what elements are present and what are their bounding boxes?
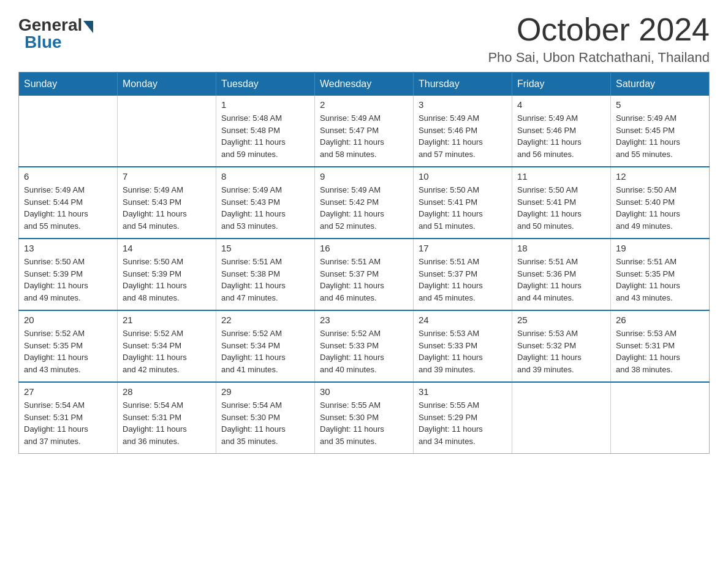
day-info: Sunrise: 5:49 AMSunset: 5:46 PMDaylight:… — [517, 112, 605, 160]
day-number: 22 — [221, 315, 309, 325]
day-number: 11 — [517, 171, 605, 182]
calendar-table: SundayMondayTuesdayWednesdayThursdayFrid… — [18, 72, 710, 454]
weekday-header-thursday: Thursday — [414, 72, 512, 96]
day-number: 10 — [419, 171, 507, 182]
day-number: 29 — [221, 386, 309, 397]
location-title: Pho Sai, Ubon Ratchathani, Thailand — [488, 50, 710, 66]
day-info: Sunrise: 5:49 AMSunset: 5:46 PMDaylight:… — [419, 112, 507, 160]
day-info: Sunrise: 5:50 AMSunset: 5:41 PMDaylight:… — [419, 184, 507, 232]
day-number: 7 — [123, 171, 211, 182]
calendar-cell: 13Sunrise: 5:50 AMSunset: 5:39 PMDayligh… — [19, 239, 118, 310]
day-info: Sunrise: 5:49 AMSunset: 5:42 PMDaylight:… — [320, 184, 408, 232]
day-number: 31 — [419, 386, 507, 397]
day-info: Sunrise: 5:49 AMSunset: 5:44 PMDaylight:… — [24, 184, 112, 232]
title-section: October 2024 Pho Sai, Ubon Ratchathani, … — [488, 12, 710, 66]
calendar-cell: 10Sunrise: 5:50 AMSunset: 5:41 PMDayligh… — [414, 167, 512, 239]
day-number: 21 — [123, 315, 211, 325]
day-info: Sunrise: 5:50 AMSunset: 5:40 PMDaylight:… — [616, 184, 704, 232]
day-info: Sunrise: 5:54 AMSunset: 5:30 PMDaylight:… — [221, 399, 309, 447]
day-number: 9 — [320, 171, 408, 182]
calendar-cell: 1Sunrise: 5:48 AMSunset: 5:48 PMDaylight… — [216, 96, 315, 167]
day-info: Sunrise: 5:54 AMSunset: 5:31 PMDaylight:… — [123, 399, 211, 447]
day-info: Sunrise: 5:50 AMSunset: 5:39 PMDaylight:… — [24, 256, 112, 304]
calendar-cell: 28Sunrise: 5:54 AMSunset: 5:31 PMDayligh… — [118, 382, 216, 454]
calendar-week-row: 27Sunrise: 5:54 AMSunset: 5:31 PMDayligh… — [19, 382, 710, 454]
day-number: 12 — [616, 171, 704, 182]
logo: General Blue — [18, 12, 93, 52]
day-number: 16 — [320, 243, 408, 253]
day-number: 30 — [320, 386, 408, 397]
day-info: Sunrise: 5:52 AMSunset: 5:33 PMDaylight:… — [320, 327, 408, 375]
day-number: 25 — [517, 315, 605, 325]
calendar-week-row: 1Sunrise: 5:48 AMSunset: 5:48 PMDaylight… — [19, 96, 710, 167]
calendar-cell: 5Sunrise: 5:49 AMSunset: 5:45 PMDaylight… — [611, 96, 710, 167]
calendar-cell: 30Sunrise: 5:55 AMSunset: 5:30 PMDayligh… — [315, 382, 414, 454]
calendar-cell: 23Sunrise: 5:52 AMSunset: 5:33 PMDayligh… — [315, 310, 414, 382]
calendar-cell: 27Sunrise: 5:54 AMSunset: 5:31 PMDayligh… — [19, 382, 118, 454]
day-info: Sunrise: 5:52 AMSunset: 5:34 PMDaylight:… — [123, 327, 211, 375]
calendar-cell: 29Sunrise: 5:54 AMSunset: 5:30 PMDayligh… — [216, 382, 315, 454]
day-number: 20 — [24, 315, 112, 325]
logo-blue-text: Blue — [25, 33, 62, 52]
day-number: 24 — [419, 315, 507, 325]
calendar-cell: 6Sunrise: 5:49 AMSunset: 5:44 PMDaylight… — [19, 167, 118, 239]
calendar-cell: 31Sunrise: 5:55 AMSunset: 5:29 PMDayligh… — [414, 382, 512, 454]
day-info: Sunrise: 5:51 AMSunset: 5:36 PMDaylight:… — [517, 256, 605, 304]
day-number: 3 — [419, 99, 507, 110]
day-number: 26 — [616, 315, 704, 325]
day-info: Sunrise: 5:52 AMSunset: 5:35 PMDaylight:… — [24, 327, 112, 375]
calendar-cell: 18Sunrise: 5:51 AMSunset: 5:36 PMDayligh… — [512, 239, 611, 310]
day-info: Sunrise: 5:51 AMSunset: 5:38 PMDaylight:… — [221, 256, 309, 304]
day-number: 13 — [24, 243, 112, 253]
weekday-header-tuesday: Tuesday — [216, 72, 315, 96]
day-info: Sunrise: 5:55 AMSunset: 5:29 PMDaylight:… — [419, 399, 507, 447]
calendar-cell — [512, 382, 611, 454]
calendar-cell — [611, 382, 710, 454]
logo-arrow-icon — [83, 21, 93, 33]
day-info: Sunrise: 5:50 AMSunset: 5:41 PMDaylight:… — [517, 184, 605, 232]
weekday-header-wednesday: Wednesday — [315, 72, 414, 96]
calendar-cell: 20Sunrise: 5:52 AMSunset: 5:35 PMDayligh… — [19, 310, 118, 382]
calendar-cell: 7Sunrise: 5:49 AMSunset: 5:43 PMDaylight… — [118, 167, 216, 239]
day-info: Sunrise: 5:54 AMSunset: 5:31 PMDaylight:… — [24, 399, 112, 447]
day-info: Sunrise: 5:50 AMSunset: 5:39 PMDaylight:… — [123, 256, 211, 304]
calendar-cell: 26Sunrise: 5:53 AMSunset: 5:31 PMDayligh… — [611, 310, 710, 382]
day-info: Sunrise: 5:52 AMSunset: 5:34 PMDaylight:… — [221, 327, 309, 375]
day-info: Sunrise: 5:53 AMSunset: 5:32 PMDaylight:… — [517, 327, 605, 375]
calendar-header-row: SundayMondayTuesdayWednesdayThursdayFrid… — [19, 72, 710, 96]
calendar-cell: 11Sunrise: 5:50 AMSunset: 5:41 PMDayligh… — [512, 167, 611, 239]
calendar-cell: 15Sunrise: 5:51 AMSunset: 5:38 PMDayligh… — [216, 239, 315, 310]
day-info: Sunrise: 5:53 AMSunset: 5:31 PMDaylight:… — [616, 327, 704, 375]
day-number: 2 — [320, 99, 408, 110]
day-info: Sunrise: 5:55 AMSunset: 5:30 PMDaylight:… — [320, 399, 408, 447]
weekday-header-sunday: Sunday — [19, 72, 118, 96]
day-number: 18 — [517, 243, 605, 253]
day-info: Sunrise: 5:48 AMSunset: 5:48 PMDaylight:… — [221, 112, 309, 160]
day-number: 19 — [616, 243, 704, 253]
calendar-cell: 8Sunrise: 5:49 AMSunset: 5:43 PMDaylight… — [216, 167, 315, 239]
day-info: Sunrise: 5:49 AMSunset: 5:45 PMDaylight:… — [616, 112, 704, 160]
day-number: 6 — [24, 171, 112, 182]
weekday-header-friday: Friday — [512, 72, 611, 96]
calendar-week-row: 6Sunrise: 5:49 AMSunset: 5:44 PMDaylight… — [19, 167, 710, 239]
day-info: Sunrise: 5:53 AMSunset: 5:33 PMDaylight:… — [419, 327, 507, 375]
day-number: 1 — [221, 99, 309, 110]
page-header: General Blue October 2024 Pho Sai, Ubon … — [18, 12, 710, 66]
calendar-cell: 21Sunrise: 5:52 AMSunset: 5:34 PMDayligh… — [118, 310, 216, 382]
weekday-header-monday: Monday — [118, 72, 216, 96]
calendar-cell: 3Sunrise: 5:49 AMSunset: 5:46 PMDaylight… — [414, 96, 512, 167]
day-number: 17 — [419, 243, 507, 253]
day-number: 8 — [221, 171, 309, 182]
calendar-cell — [118, 96, 216, 167]
calendar-cell: 9Sunrise: 5:49 AMSunset: 5:42 PMDaylight… — [315, 167, 414, 239]
day-info: Sunrise: 5:51 AMSunset: 5:35 PMDaylight:… — [616, 256, 704, 304]
calendar-cell: 24Sunrise: 5:53 AMSunset: 5:33 PMDayligh… — [414, 310, 512, 382]
day-info: Sunrise: 5:51 AMSunset: 5:37 PMDaylight:… — [419, 256, 507, 304]
calendar-cell: 14Sunrise: 5:50 AMSunset: 5:39 PMDayligh… — [118, 239, 216, 310]
day-info: Sunrise: 5:49 AMSunset: 5:43 PMDaylight:… — [221, 184, 309, 232]
calendar-cell: 22Sunrise: 5:52 AMSunset: 5:34 PMDayligh… — [216, 310, 315, 382]
calendar-week-row: 20Sunrise: 5:52 AMSunset: 5:35 PMDayligh… — [19, 310, 710, 382]
calendar-cell: 25Sunrise: 5:53 AMSunset: 5:32 PMDayligh… — [512, 310, 611, 382]
day-number: 5 — [616, 99, 704, 110]
weekday-header-saturday: Saturday — [611, 72, 710, 96]
